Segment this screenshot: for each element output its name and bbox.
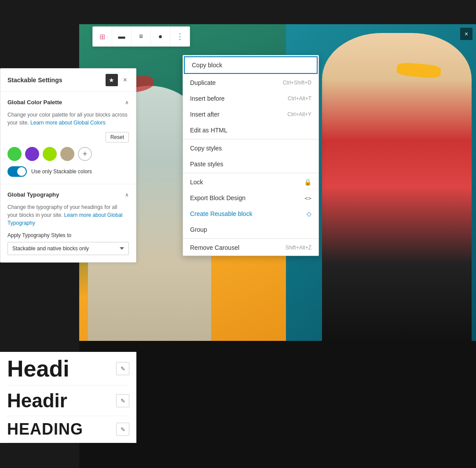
duplicate-label: Duplicate [190, 79, 216, 86]
context-menu: Copy block Duplicate Ctrl+Shift+D Insert… [183, 55, 319, 256]
edit-h1-icon: ✎ [121, 366, 125, 372]
color-palette-section: Global Color Palette ∧ Change your color… [0, 92, 136, 184]
color-swatch-lime[interactable] [43, 147, 57, 161]
close-panel-button[interactable]: × [121, 75, 129, 85]
insert-after-item[interactable]: Insert after Ctrl+Alt+Y [183, 106, 319, 122]
color-palette-chevron: ∧ [125, 99, 129, 106]
star-icon: ★ [109, 77, 114, 84]
typography-desc: Change the typography of your headings f… [7, 203, 129, 227]
global-colors-link[interactable]: Learn more about Global Colors [30, 120, 106, 126]
heading-row-h1: Headi ✎ [7, 352, 129, 386]
carousel-icon: ⊞ [99, 33, 105, 41]
remove-carousel-item[interactable]: Remove Carousel Shift+Alt+Z [183, 240, 319, 256]
create-reusable-label: Create Reusable block [190, 210, 253, 217]
group-label: Group [190, 226, 207, 233]
edit-h2-icon: ✎ [121, 398, 125, 404]
copy-styles-label: Copy styles [190, 145, 222, 152]
insert-before-item[interactable]: Insert before Ctrl+Alt+T [183, 91, 319, 106]
color-swatch-purple[interactable] [25, 147, 39, 161]
insert-before-shortcut: Ctrl+Alt+T [288, 95, 311, 102]
insert-after-label: Insert after [190, 111, 220, 118]
heading-row-h3: HEADING ✎ [7, 416, 129, 443]
close-button[interactable]: × [460, 28, 472, 40]
lock-label: Lock [190, 179, 203, 186]
typography-section: Global Typography ∧ Change the typograph… [0, 184, 136, 262]
more-options-icon: ⋮ [176, 32, 184, 41]
add-color-button[interactable]: + [78, 147, 92, 161]
carousel-icon-btn[interactable]: ⊞ [93, 27, 112, 46]
settings-panel: Stackable Settings ★ × Global Color Pale… [0, 68, 136, 263]
settings-panel-title: Stackable Settings [7, 77, 62, 84]
typography-header[interactable]: Global Typography ∧ [7, 191, 129, 198]
edit-h3-icon: ✎ [121, 426, 125, 433]
reset-button[interactable]: Reset [106, 132, 129, 143]
color-palette-header[interactable]: Global Color Palette ∧ [7, 99, 129, 106]
divider-1 [183, 139, 319, 139]
stackable-colors-toggle[interactable] [7, 166, 27, 177]
typography-title: Global Typography [7, 191, 59, 198]
insert-after-shortcut: Ctrl+Alt+Y [287, 111, 311, 117]
group-item[interactable]: Group [183, 222, 319, 238]
reset-row: Reset [7, 132, 129, 143]
duplicate-item[interactable]: Duplicate Ctrl+Shift+D [183, 75, 319, 91]
toggle-row: Use only Stackable colors [7, 166, 129, 177]
block-toolbar: ⊞ ▬ ≡ ● ⋮ [92, 26, 190, 47]
edit-h3-button[interactable]: ✎ [116, 423, 129, 436]
close-panel-icon: × [123, 76, 127, 84]
insert-before-label: Insert before [190, 95, 225, 102]
align-center-icon: ▬ [118, 33, 125, 40]
edit-h1-button[interactable]: ✎ [116, 362, 129, 375]
remove-carousel-label: Remove Carousel [190, 244, 239, 251]
edit-html-label: Edit as HTML [190, 127, 227, 134]
export-block-icon: <> [304, 195, 311, 201]
heading-h2-text: Headir [7, 391, 67, 410]
color-swatch-tan[interactable] [60, 147, 74, 161]
color-palette-desc: Change your color palette for all your b… [7, 111, 129, 127]
lock-icon: 🔒 [304, 179, 311, 186]
color-swatch-green[interactable] [7, 147, 22, 161]
more-options-btn[interactable]: ⋮ [170, 27, 190, 46]
copy-block-label: Copy block [192, 62, 222, 69]
copy-styles-item[interactable]: Copy styles [183, 140, 319, 156]
settings-panel-header: Stackable Settings ★ × [0, 69, 136, 92]
apply-label: Apply Typography Styles to [7, 232, 129, 238]
emoji-btn[interactable]: ● [151, 27, 170, 46]
copy-block-item[interactable]: Copy block [184, 56, 318, 74]
align-text-btn[interactable]: ≡ [132, 27, 151, 46]
edit-html-item[interactable]: Edit as HTML [183, 122, 319, 138]
heading-row-h2: Headir ✎ [7, 386, 129, 416]
divider-3 [183, 238, 319, 239]
duplicate-shortcut: Ctrl+Shift+D [283, 80, 311, 86]
typography-chevron: ∧ [125, 192, 129, 198]
typography-dropdown[interactable]: Stackable and native blocks only All blo… [7, 242, 129, 255]
create-reusable-item[interactable]: Create Reusable block ◇ [183, 206, 319, 222]
star-button[interactable]: ★ [106, 74, 118, 86]
toggle-label: Use only Stackable colors [31, 168, 92, 175]
dark-bottom-area [79, 341, 476, 468]
lock-item[interactable]: Lock 🔒 [183, 174, 319, 190]
remove-carousel-shortcut: Shift+Alt+Z [286, 245, 311, 251]
settings-header-controls: ★ × [106, 74, 129, 86]
color-palette-title: Global Color Palette [7, 99, 62, 106]
create-reusable-icon: ◇ [307, 210, 311, 217]
emoji-icon: ● [158, 33, 163, 40]
align-text-icon: ≡ [139, 33, 143, 40]
heading-preview-area: Headi ✎ Headir ✎ HEADING ✎ [0, 352, 136, 443]
heading-h3-text: HEADING [7, 421, 83, 437]
align-center-btn[interactable]: ▬ [112, 27, 132, 46]
divider-2 [183, 173, 319, 173]
paste-styles-item[interactable]: Paste styles [183, 156, 319, 172]
export-block-item[interactable]: Export Block Design <> [183, 190, 319, 206]
heading-h1-text: Headi [7, 357, 70, 380]
color-swatches: + [7, 147, 129, 161]
edit-h2-button[interactable]: ✎ [116, 394, 129, 407]
paste-styles-label: Paste styles [190, 161, 223, 168]
export-block-label: Export Block Design [190, 194, 245, 201]
